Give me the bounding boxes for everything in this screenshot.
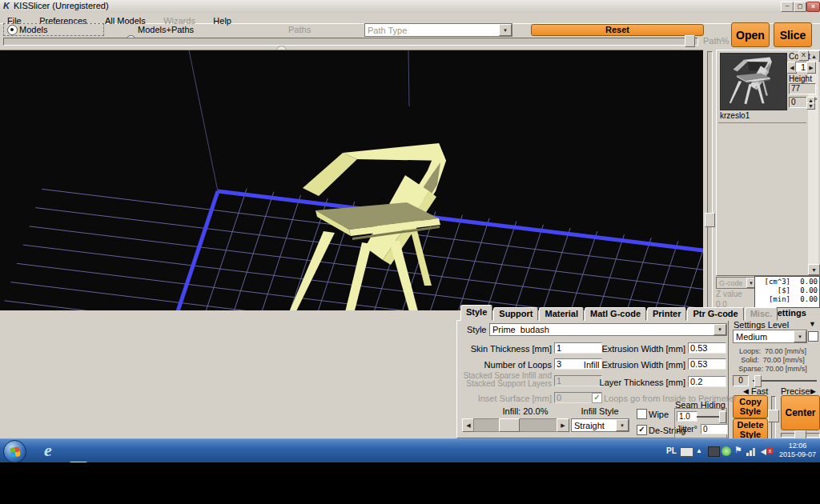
splitter-thumb[interactable]	[705, 213, 715, 227]
model-list-separator	[718, 122, 806, 123]
volume-muted-icon[interactable]: x	[761, 446, 774, 456]
style-dropdown-arrow-icon[interactable]: ▼	[713, 324, 726, 335]
sync-tray-icon[interactable]	[722, 446, 731, 456]
infill-extrusion-width-field[interactable]: 0.53	[688, 358, 726, 370]
infill-slider-thumb[interactable]	[499, 418, 520, 432]
maximize-button[interactable]: ▢	[794, 2, 806, 12]
open-button[interactable]: Open	[731, 22, 770, 47]
app-icon: K	[3, 1, 10, 11]
rotation-unit-label: °	[814, 97, 818, 105]
title-bar[interactable]: K KISSlicer (Unregistered) – ▢ x	[0, 0, 820, 14]
kisslicer-window: K KISSlicer (Unregistered) – ▢ x File Pr…	[0, 0, 820, 439]
jitter-field[interactable]: 0	[701, 424, 728, 434]
3d-viewport[interactable]	[0, 50, 703, 311]
stat-volume: [cm^3]0.00	[755, 278, 819, 286]
3d-viewport-canvas[interactable]	[0, 50, 703, 311]
gcode-stats-box: [cm^3]0.00 [$]0.00 [min]0.00	[754, 276, 820, 308]
toolbar: Models Models+Paths Paths Path Type ▼ Re…	[0, 23, 820, 50]
tab-support[interactable]: Support	[493, 307, 538, 321]
path-percent-slider	[3, 38, 698, 46]
stacked-layers-label: Stacked Sparse Infill andStacked Support…	[457, 372, 552, 388]
z-value-label: Z value	[716, 290, 742, 298]
speed-slider-track[interactable]	[753, 380, 817, 382]
minimize-button[interactable]: –	[781, 2, 794, 12]
menu-bar: File Preferences All Models Wizards Help	[0, 13, 820, 24]
tab-style[interactable]: Style	[460, 305, 492, 321]
destring-checkbox[interactable]: ✓	[637, 425, 647, 435]
open-button-label: Open	[736, 29, 765, 42]
seam-hiding-field[interactable]: 1.0	[677, 411, 697, 422]
skin-thickness-label: Skin Thickness [mm]	[457, 344, 552, 354]
models-radio-label: Models	[19, 25, 47, 34]
style-slider-thumb[interactable]	[768, 410, 779, 422]
infill-style-dropdown[interactable]: Straight ▼	[571, 418, 629, 432]
path-type-dropdown: Path Type ▼	[364, 23, 512, 37]
infill-style-arrow-icon[interactable]: ▼	[616, 419, 629, 431]
network-icon[interactable]	[746, 447, 758, 456]
speed-loops: Loops: 70.00 [mm/s]	[729, 347, 817, 356]
speed-offset-field[interactable]: 0	[733, 375, 749, 386]
settings-panel: Style Prime budash ▼ Skin Thickness [mm]…	[456, 320, 729, 438]
window-title: KISSlicer (Unregistered)	[14, 1, 109, 10]
clock[interactable]: 12:06 2015-09-07	[778, 442, 817, 459]
path-percent-slider-thumb[interactable]	[685, 35, 695, 47]
models-radio[interactable]	[7, 25, 18, 35]
infill-label: Infill: 20.0%	[481, 406, 569, 416]
reset-button[interactable]: Reset	[531, 24, 704, 36]
start-button[interactable]	[3, 440, 26, 463]
settings-tabs: Style Support Material Matl G-code Print…	[460, 307, 778, 322]
tab-misc: Misc.	[745, 307, 778, 321]
infill-extrusion-width-label: Infill Extrusion Width [mm]	[561, 360, 685, 370]
internet-explorer-icon[interactable]: e	[34, 440, 62, 461]
model-delete-button[interactable]: X	[798, 50, 809, 61]
count-increment-button[interactable]: ▶	[806, 62, 816, 74]
models-paths-radio-label: Models+Paths	[138, 25, 194, 34]
settings-level-value: Medium	[736, 332, 767, 342]
tab-printer[interactable]: Printer	[647, 307, 686, 321]
extrusion-width-field[interactable]: 0.53	[688, 342, 726, 354]
number-of-loops-label: Number of Loops	[457, 360, 552, 370]
slice-button-label: Slice	[780, 29, 806, 42]
gcode-dropdown-value: G-code	[719, 279, 743, 287]
wipe-checkbox[interactable]	[637, 409, 647, 419]
speed-slider-thumb[interactable]	[754, 375, 762, 387]
style-dropdown-value: Prime budash	[492, 325, 549, 334]
show-hidden-icons[interactable]: ▲	[696, 447, 702, 454]
seam-slider-track[interactable]	[697, 416, 721, 418]
precise-icon: ▶	[810, 387, 816, 395]
infill-style-label: Infill Style	[574, 406, 625, 416]
center-button[interactable]: Center	[781, 395, 820, 430]
layer-thickness-label: Layer Thickness [mm]	[561, 378, 685, 387]
paths-radio-label: Paths	[288, 25, 311, 34]
model-scroll-down-button[interactable]: ▼	[808, 264, 820, 275]
infill-slider-right-button[interactable]: ▶	[557, 418, 569, 432]
action-center-flag-icon[interactable]: ⚑	[734, 445, 742, 455]
rotation-field[interactable]: 0	[789, 97, 808, 108]
height-label: Height	[789, 74, 812, 83]
stat-cost: [$]0.00	[755, 286, 819, 295]
settings-level-expander-icon[interactable]: ▼	[809, 320, 816, 328]
style-dropdown[interactable]: Prime budash ▼	[489, 323, 727, 336]
copy-style-button[interactable]: Copy Style	[733, 395, 768, 418]
display-tray-icon[interactable]	[708, 446, 720, 457]
tab-material[interactable]: Material	[539, 307, 584, 321]
tab-ptr-gcode[interactable]: Ptr G-code	[687, 307, 743, 321]
slice-button[interactable]: Slice	[774, 22, 812, 47]
model-thumbnail[interactable]	[720, 53, 787, 110]
language-indicator[interactable]: PL	[666, 446, 677, 455]
seam-slider-thumb[interactable]	[719, 411, 726, 423]
close-button[interactable]: x	[806, 2, 820, 12]
keyboard-icon[interactable]	[680, 447, 693, 457]
models-radio-focus	[3, 23, 104, 36]
tab-matl-gcode[interactable]: Matl G-code	[585, 307, 646, 321]
letterbox	[0, 462, 820, 504]
model-thumbnail-image	[721, 54, 786, 110]
settings-level-arrow-icon[interactable]: ▼	[794, 330, 806, 342]
layer-thickness-field[interactable]: 0.2	[688, 376, 726, 387]
height-value-field: 77	[789, 83, 816, 94]
clock-time: 12:06	[778, 442, 817, 450]
taskbar: e L O	[0, 438, 820, 463]
settings-level-dropdown[interactable]: Medium ▼	[733, 330, 807, 343]
settings-level-lock-checkbox[interactable]	[808, 331, 818, 342]
speed-solid: Solid: 70.00 [mm/s]	[729, 356, 817, 365]
